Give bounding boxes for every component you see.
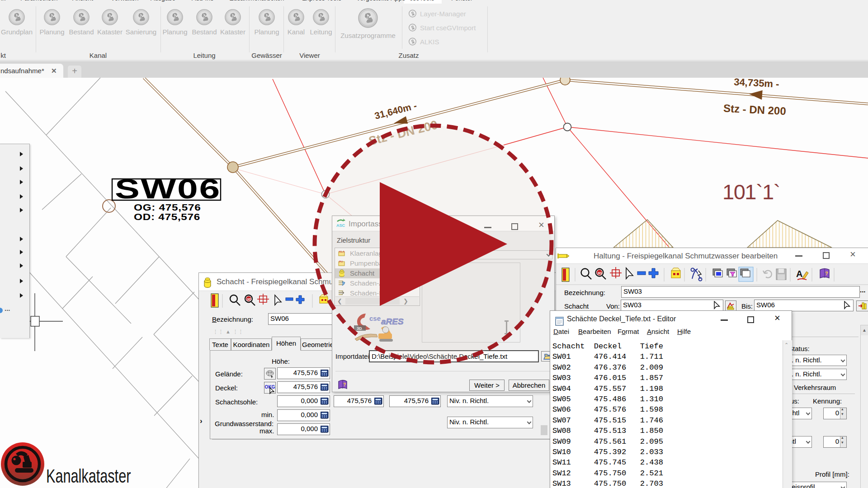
svg-text:ASC: ASC: [336, 223, 345, 228]
svg-text:101`1`: 101`1`: [722, 180, 780, 204]
svg-text:34,735m -: 34,735m -: [734, 76, 779, 89]
svg-text:KLA: KLA: [339, 250, 345, 253]
svg-text:aRES: aRES: [381, 317, 404, 326]
svg-text:?: ?: [343, 382, 346, 387]
svg-text:Kanalkataster: Kanalkataster: [46, 465, 131, 487]
svg-text:31,640m -: 31,640m -: [373, 100, 418, 121]
svg-text:OD: 475,576: OD: 475,576: [134, 211, 200, 222]
svg-text:A: A: [796, 269, 802, 279]
svg-text:?: ?: [825, 271, 828, 276]
svg-text:cse: cse: [369, 314, 381, 322]
svg-text:SW06: SW06: [115, 173, 221, 204]
svg-text:PU: PU: [339, 260, 343, 263]
svg-text:3D: 3D: [357, 326, 362, 331]
svg-text:Stz - DN 200: Stz - DN 200: [723, 102, 786, 117]
svg-text:3D: 3D: [598, 271, 602, 275]
svg-text:3D: 3D: [247, 297, 251, 301]
